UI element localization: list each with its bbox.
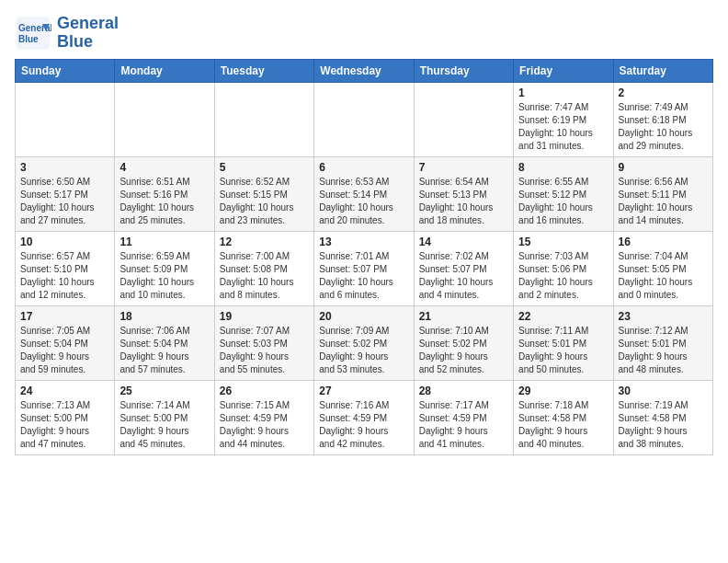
calendar-cell: 18Sunrise: 7:06 AM Sunset: 5:04 PM Dayli… bbox=[115, 306, 214, 381]
calendar-week-row: 17Sunrise: 7:05 AM Sunset: 5:04 PM Dayli… bbox=[16, 306, 713, 381]
day-info: Sunrise: 7:47 AM Sunset: 6:19 PM Dayligh… bbox=[518, 101, 608, 153]
day-number: 21 bbox=[419, 310, 508, 323]
logo-general: General bbox=[57, 14, 119, 32]
svg-rect-0 bbox=[17, 17, 50, 50]
calendar-cell bbox=[314, 83, 414, 157]
calendar-cell: 8Sunrise: 6:55 AM Sunset: 5:12 PM Daylig… bbox=[514, 157, 613, 232]
weekday-header: Monday bbox=[115, 60, 214, 83]
weekday-row: SundayMondayTuesdayWednesdayThursdayFrid… bbox=[16, 60, 713, 83]
weekday-header: Sunday bbox=[16, 60, 115, 83]
day-info: Sunrise: 7:14 AM Sunset: 5:00 PM Dayligh… bbox=[119, 399, 209, 451]
calendar-week-row: 3Sunrise: 6:50 AM Sunset: 5:17 PM Daylig… bbox=[16, 157, 713, 232]
calendar-cell: 10Sunrise: 6:57 AM Sunset: 5:10 PM Dayli… bbox=[16, 232, 115, 306]
day-number: 23 bbox=[619, 310, 708, 323]
day-info: Sunrise: 7:19 AM Sunset: 4:58 PM Dayligh… bbox=[619, 399, 708, 451]
day-info: Sunrise: 6:50 AM Sunset: 5:17 PM Dayligh… bbox=[20, 176, 109, 227]
svg-text:Blue: Blue bbox=[18, 34, 39, 44]
day-info: Sunrise: 6:53 AM Sunset: 5:14 PM Dayligh… bbox=[319, 176, 408, 227]
day-number: 26 bbox=[220, 385, 309, 397]
calendar-cell: 26Sunrise: 7:15 AM Sunset: 4:59 PM Dayli… bbox=[214, 381, 313, 455]
day-number: 27 bbox=[319, 385, 408, 397]
logo-blue: Blue bbox=[57, 32, 93, 51]
calendar-cell bbox=[414, 83, 513, 157]
day-number: 29 bbox=[518, 385, 608, 397]
weekday-header: Friday bbox=[514, 60, 613, 83]
calendar-week-row: 24Sunrise: 7:13 AM Sunset: 5:00 PM Dayli… bbox=[16, 381, 713, 455]
calendar-body: 1Sunrise: 7:47 AM Sunset: 6:19 PM Daylig… bbox=[16, 83, 713, 455]
day-number: 16 bbox=[619, 236, 708, 248]
calendar-cell bbox=[115, 83, 214, 157]
day-number: 25 bbox=[119, 385, 209, 397]
calendar-cell: 20Sunrise: 7:09 AM Sunset: 5:02 PM Dayli… bbox=[314, 306, 414, 381]
day-info: Sunrise: 6:56 AM Sunset: 5:11 PM Dayligh… bbox=[619, 176, 708, 227]
day-number: 28 bbox=[419, 385, 508, 397]
calendar-cell: 30Sunrise: 7:19 AM Sunset: 4:58 PM Dayli… bbox=[613, 381, 712, 455]
calendar-cell: 3Sunrise: 6:50 AM Sunset: 5:17 PM Daylig… bbox=[16, 157, 115, 232]
day-info: Sunrise: 7:05 AM Sunset: 5:04 PM Dayligh… bbox=[20, 325, 109, 376]
day-number: 18 bbox=[119, 310, 209, 323]
calendar-cell: 19Sunrise: 7:07 AM Sunset: 5:03 PM Dayli… bbox=[214, 306, 313, 381]
calendar-cell: 27Sunrise: 7:16 AM Sunset: 4:59 PM Dayli… bbox=[314, 381, 414, 455]
calendar-week-row: 1Sunrise: 7:47 AM Sunset: 6:19 PM Daylig… bbox=[16, 83, 713, 157]
day-number: 12 bbox=[220, 236, 309, 248]
day-number: 24 bbox=[20, 385, 109, 397]
calendar-cell: 9Sunrise: 6:56 AM Sunset: 5:11 PM Daylig… bbox=[613, 157, 712, 232]
calendar-cell: 11Sunrise: 6:59 AM Sunset: 5:09 PM Dayli… bbox=[115, 232, 214, 306]
day-number: 6 bbox=[319, 161, 408, 174]
weekday-header: Saturday bbox=[613, 60, 712, 83]
day-number: 4 bbox=[119, 161, 209, 174]
calendar-cell: 12Sunrise: 7:00 AM Sunset: 5:08 PM Dayli… bbox=[214, 232, 313, 306]
day-info: Sunrise: 7:07 AM Sunset: 5:03 PM Dayligh… bbox=[220, 325, 309, 376]
day-info: Sunrise: 7:01 AM Sunset: 5:07 PM Dayligh… bbox=[319, 250, 408, 302]
logo-icon: General Blue bbox=[15, 15, 51, 52]
calendar-cell: 6Sunrise: 6:53 AM Sunset: 5:14 PM Daylig… bbox=[314, 157, 414, 232]
day-number: 9 bbox=[619, 161, 708, 174]
calendar-cell: 22Sunrise: 7:11 AM Sunset: 5:01 PM Dayli… bbox=[514, 306, 613, 381]
day-number: 30 bbox=[619, 385, 708, 397]
day-info: Sunrise: 7:16 AM Sunset: 4:59 PM Dayligh… bbox=[319, 399, 408, 451]
calendar-cell: 28Sunrise: 7:17 AM Sunset: 4:59 PM Dayli… bbox=[414, 381, 513, 455]
calendar-header: SundayMondayTuesdayWednesdayThursdayFrid… bbox=[16, 60, 713, 83]
calendar-cell: 29Sunrise: 7:18 AM Sunset: 4:58 PM Dayli… bbox=[514, 381, 613, 455]
calendar-cell bbox=[214, 83, 313, 157]
calendar-cell: 24Sunrise: 7:13 AM Sunset: 5:00 PM Dayli… bbox=[16, 381, 115, 455]
day-info: Sunrise: 6:51 AM Sunset: 5:16 PM Dayligh… bbox=[119, 176, 209, 227]
page-header: General Blue General Blue bbox=[15, 15, 713, 52]
day-number: 3 bbox=[20, 161, 109, 174]
calendar-cell: 5Sunrise: 6:52 AM Sunset: 5:15 PM Daylig… bbox=[214, 157, 313, 232]
day-info: Sunrise: 7:15 AM Sunset: 4:59 PM Dayligh… bbox=[220, 399, 309, 451]
day-info: Sunrise: 7:03 AM Sunset: 5:06 PM Dayligh… bbox=[518, 250, 608, 302]
calendar-cell: 21Sunrise: 7:10 AM Sunset: 5:02 PM Dayli… bbox=[414, 306, 513, 381]
calendar-cell: 25Sunrise: 7:14 AM Sunset: 5:00 PM Dayli… bbox=[115, 381, 214, 455]
calendar-cell: 16Sunrise: 7:04 AM Sunset: 5:05 PM Dayli… bbox=[613, 232, 712, 306]
day-number: 15 bbox=[518, 236, 608, 248]
day-number: 17 bbox=[20, 310, 109, 323]
day-number: 11 bbox=[119, 236, 209, 248]
day-info: Sunrise: 7:17 AM Sunset: 4:59 PM Dayligh… bbox=[419, 399, 508, 451]
day-info: Sunrise: 6:59 AM Sunset: 5:09 PM Dayligh… bbox=[119, 250, 209, 302]
calendar-cell: 2Sunrise: 7:49 AM Sunset: 6:18 PM Daylig… bbox=[613, 83, 712, 157]
calendar-cell: 4Sunrise: 6:51 AM Sunset: 5:16 PM Daylig… bbox=[115, 157, 214, 232]
day-info: Sunrise: 7:02 AM Sunset: 5:07 PM Dayligh… bbox=[419, 250, 508, 302]
day-number: 7 bbox=[419, 161, 508, 174]
calendar-cell: 1Sunrise: 7:47 AM Sunset: 6:19 PM Daylig… bbox=[514, 83, 613, 157]
day-info: Sunrise: 7:06 AM Sunset: 5:04 PM Dayligh… bbox=[119, 325, 209, 376]
day-info: Sunrise: 7:09 AM Sunset: 5:02 PM Dayligh… bbox=[319, 325, 408, 376]
calendar-table: SundayMondayTuesdayWednesdayThursdayFrid… bbox=[15, 59, 713, 455]
calendar-cell: 23Sunrise: 7:12 AM Sunset: 5:01 PM Dayli… bbox=[613, 306, 712, 381]
weekday-header: Tuesday bbox=[214, 60, 313, 83]
calendar-cell: 14Sunrise: 7:02 AM Sunset: 5:07 PM Dayli… bbox=[414, 232, 513, 306]
day-number: 10 bbox=[20, 236, 109, 248]
day-number: 8 bbox=[518, 161, 608, 174]
day-info: Sunrise: 6:55 AM Sunset: 5:12 PM Dayligh… bbox=[518, 176, 608, 227]
day-number: 22 bbox=[518, 310, 608, 323]
calendar-cell bbox=[16, 83, 115, 157]
day-info: Sunrise: 6:57 AM Sunset: 5:10 PM Dayligh… bbox=[20, 250, 109, 302]
day-info: Sunrise: 7:04 AM Sunset: 5:05 PM Dayligh… bbox=[619, 250, 708, 302]
day-number: 14 bbox=[419, 236, 508, 248]
day-info: Sunrise: 7:49 AM Sunset: 6:18 PM Dayligh… bbox=[619, 101, 708, 153]
day-info: Sunrise: 7:10 AM Sunset: 5:02 PM Dayligh… bbox=[419, 325, 508, 376]
calendar-cell: 13Sunrise: 7:01 AM Sunset: 5:07 PM Dayli… bbox=[314, 232, 414, 306]
logo: General Blue General Blue bbox=[15, 15, 119, 52]
day-info: Sunrise: 7:18 AM Sunset: 4:58 PM Dayligh… bbox=[518, 399, 608, 451]
